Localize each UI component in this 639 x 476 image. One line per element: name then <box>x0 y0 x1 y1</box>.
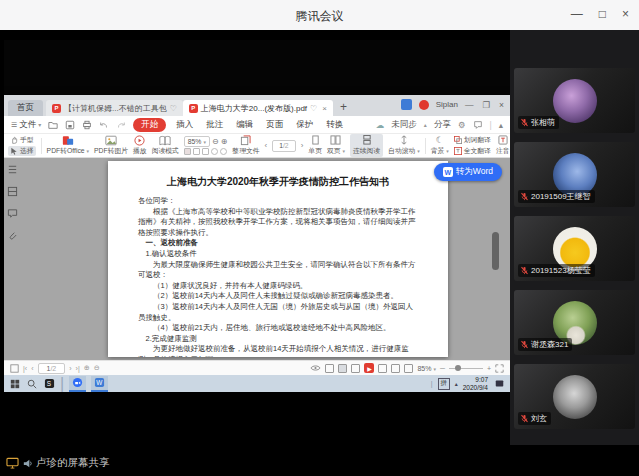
vertical-scrollbar[interactable] <box>492 232 499 270</box>
doc-paragraph: 1.确认返校条件 <box>138 249 418 260</box>
running-app-wps-icon[interactable]: W <box>91 376 108 392</box>
participant-tile[interactable]: 刘玄 <box>514 364 635 429</box>
minimize-button[interactable]: — <box>571 7 583 22</box>
new-tab-button[interactable]: + <box>340 100 347 114</box>
zoom-out-icon[interactable]: ⊖ <box>212 137 219 146</box>
running-app-meeting-icon[interactable] <box>69 376 86 392</box>
participant-tile[interactable]: 20191509王继智 <box>514 142 635 207</box>
menu-tab-edit[interactable]: 编辑 <box>233 118 256 132</box>
auto-scroll-button[interactable]: 自动滚动 ▾ <box>388 135 420 156</box>
start-button[interactable] <box>9 378 21 390</box>
taskbar-search-icon[interactable] <box>26 378 38 390</box>
page-display-options[interactable] <box>184 148 227 155</box>
phonetic-button[interactable]: 注音 <box>496 135 510 156</box>
fullscreen-icon[interactable] <box>495 364 504 373</box>
muted-mic-icon <box>520 192 529 201</box>
next-page-icon[interactable]: › <box>301 141 304 150</box>
redo-icon[interactable] <box>116 120 126 130</box>
open-folder-icon[interactable] <box>48 120 58 130</box>
prev-page-icon[interactable]: ‹ <box>31 365 33 372</box>
participant-tile[interactable]: 张相萌 <box>514 68 635 133</box>
user-avatar[interactable] <box>401 99 412 110</box>
print-icon[interactable] <box>82 120 92 130</box>
convert-to-word-button[interactable]: W 转为Word <box>434 163 502 181</box>
zoom-slider[interactable] <box>449 368 483 369</box>
fit-width-icon[interactable] <box>378 364 387 373</box>
participant-tile[interactable]: 20191523杨莹莹 <box>514 216 635 281</box>
organize-files-button[interactable]: 整理文件 <box>232 135 259 156</box>
pdf-to-image-button[interactable]: PDF转图片 <box>94 135 128 156</box>
zoom-level-select[interactable]: 85%▾ <box>184 136 210 147</box>
feedback-bubble-icon[interactable] <box>473 120 483 130</box>
menu-tab-insert[interactable]: 插入 <box>173 118 196 132</box>
close-button[interactable]: × <box>622 7 629 22</box>
maximize-button[interactable]: □ <box>599 7 606 22</box>
next-page-icon[interactable]: › <box>69 365 71 372</box>
toc-icon[interactable] <box>7 164 18 175</box>
meeting-titlebar: 腾讯会议 — □ × <box>0 0 639 31</box>
play-fullscreen-icon[interactable]: ▶ <box>364 363 374 373</box>
word-translate-button[interactable]: 划词翻译 <box>454 135 491 145</box>
single-page-view-icon[interactable] <box>325 364 334 373</box>
zoom-out-button[interactable]: ─ <box>440 365 445 372</box>
taskbar-clock[interactable]: 9:072020/9/4 <box>463 376 488 391</box>
comments-icon[interactable] <box>7 208 18 219</box>
eye-protect-icon[interactable] <box>310 364 321 372</box>
gear-icon[interactable]: ⚙ <box>458 120 466 130</box>
prev-page-icon[interactable]: ‹ <box>265 141 268 150</box>
hand-tool-button[interactable]: 手型 <box>10 135 34 145</box>
menu-tab-comment[interactable]: 批注 <box>203 118 226 132</box>
file-menu[interactable]: ☰ 文件 ▾ <box>11 119 41 131</box>
book-view-icon[interactable] <box>351 364 360 373</box>
zoom-in-icon[interactable]: ⊕ <box>221 137 228 146</box>
play-button[interactable]: 播放 <box>133 135 147 156</box>
remove-page-icon[interactable]: ⊖ <box>94 364 100 372</box>
menu-tab-protect[interactable]: 保护 <box>293 118 316 132</box>
undo-icon[interactable] <box>99 120 109 130</box>
tab-close-icon[interactable]: × <box>322 104 327 113</box>
share-button[interactable]: 分享 <box>434 119 451 131</box>
username[interactable]: Siplan <box>436 100 458 109</box>
ime-indicator[interactable]: 拼 <box>438 378 450 390</box>
read-mode-button[interactable]: 阅读模式 <box>152 135 179 156</box>
collapse-ribbon-icon[interactable]: ▴ <box>499 120 503 130</box>
menu-tab-start[interactable]: 开始 <box>133 118 166 132</box>
double-page-view-icon[interactable] <box>338 364 347 373</box>
statusbar-page-input[interactable]: 1/2 <box>38 363 66 374</box>
first-page-icon[interactable]: |‹ <box>23 365 27 372</box>
double-page-button[interactable]: 双页 ▾ <box>327 135 345 156</box>
menu-tab-page[interactable]: 页面 <box>263 118 286 132</box>
wps-statusbar: |‹ ‹ 1/2 › ›| ⊕ ⊖ ▶ <box>4 360 510 375</box>
statusbar-zoom-value[interactable]: 85% ▾ <box>417 365 435 372</box>
pin-icon[interactable]: ♡ <box>310 104 317 113</box>
attachment-icon[interactable] <box>7 230 18 241</box>
continuous-read-button[interactable]: 连续阅读 <box>350 134 383 157</box>
fit-page-icon[interactable] <box>391 364 400 373</box>
select-tool-button[interactable]: 选择 <box>8 146 36 156</box>
document-tab-2-active[interactable]: P 上海电力大学20...(发布版).pdf ♡ × <box>183 100 333 116</box>
wps-close-button[interactable]: × <box>499 100 504 110</box>
last-page-icon[interactable]: ›| <box>76 365 80 372</box>
single-page-button[interactable]: 单页 <box>308 135 322 156</box>
add-page-icon[interactable]: ⊕ <box>84 364 90 372</box>
pdf-to-office-button[interactable]: PDF转Office ▾ <box>47 135 89 156</box>
wps-minimize-button[interactable]: — <box>465 100 474 110</box>
window-fit-icon[interactable] <box>10 364 19 373</box>
sync-status[interactable]: 未同步 <box>391 119 417 131</box>
background-button[interactable]: ☾ 背景 ▾ <box>431 135 449 156</box>
menu-tab-convert[interactable]: 转换 <box>323 118 346 132</box>
full-translate-button[interactable]: 全文翻译 <box>454 146 491 156</box>
page-number-input[interactable]: 1/2 <box>272 140 295 152</box>
thumbnails-icon[interactable] <box>7 186 18 197</box>
document-tab-1[interactable]: P 【计算机保姆...不错的工具包 ♡ <box>46 100 183 116</box>
wps-home-tab[interactable]: 首页 <box>8 100 43 116</box>
participant-tile[interactable]: 谢丞森321 <box>514 290 635 355</box>
actual-size-icon[interactable] <box>404 364 413 373</box>
notification-icon[interactable] <box>493 378 505 390</box>
tray-expand-icon[interactable]: ▴ <box>455 380 458 387</box>
pin-icon[interactable]: ♡ <box>170 104 177 113</box>
pinned-app-icon[interactable]: S <box>43 378 55 390</box>
zoom-in-button[interactable]: + <box>487 365 491 372</box>
save-icon[interactable] <box>65 120 75 130</box>
wps-restore-button[interactable]: ❐ <box>482 100 490 110</box>
